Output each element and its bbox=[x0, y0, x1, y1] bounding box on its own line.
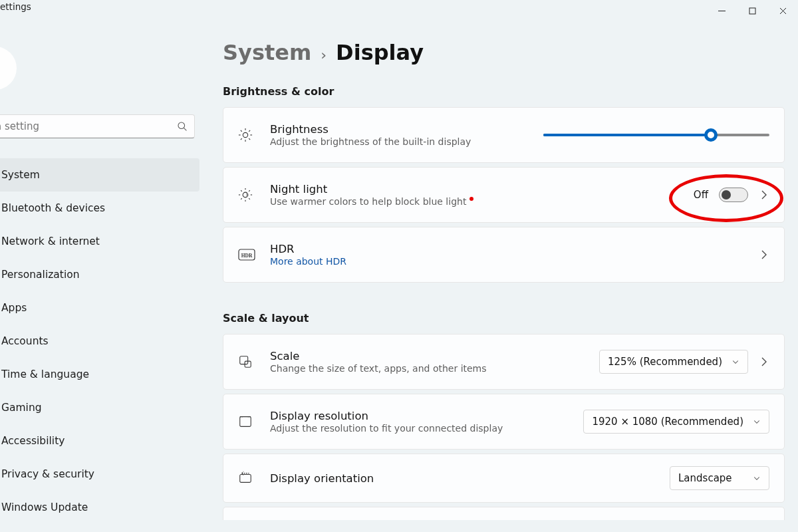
sidebar-item-label: Windows Update bbox=[1, 501, 88, 513]
scale-row[interactable]: Scale Change the size of text, apps, and… bbox=[223, 334, 785, 390]
svg-rect-31 bbox=[240, 475, 251, 483]
sidebar-item-accounts[interactable]: Accounts bbox=[0, 325, 200, 358]
sidebar-item-label: Network & internet bbox=[1, 235, 100, 247]
night-light-icon bbox=[238, 188, 253, 202]
sidebar-item-label: Accessibility bbox=[1, 435, 65, 447]
sidebar-item-accessibility[interactable]: Accessibility bbox=[0, 424, 200, 458]
sidebar-item-label: Apps bbox=[1, 302, 27, 314]
sidebar-item-windows-update[interactable]: Windows Update bbox=[0, 491, 200, 524]
sidebar-item-apps[interactable]: Apps bbox=[0, 291, 200, 325]
night-light-toggle[interactable] bbox=[719, 188, 748, 202]
sidebar-item-label: Personalization bbox=[1, 269, 80, 281]
resolution-icon bbox=[238, 414, 253, 429]
hdr-row[interactable]: HDR HDR More about HDR bbox=[223, 227, 785, 283]
search-icon bbox=[177, 121, 188, 132]
resolution-value: 1920 × 1080 (Recommended) bbox=[592, 416, 743, 428]
orientation-row[interactable]: Display orientation Landscape bbox=[223, 454, 785, 503]
next-row-partial bbox=[223, 507, 785, 520]
sidebar-item-system[interactable]: System bbox=[0, 158, 200, 192]
sidebar-item-time-language[interactable]: Time & language bbox=[0, 358, 200, 391]
sidebar-item-bluetooth[interactable]: Bluetooth & devices bbox=[0, 192, 200, 225]
section-header-scale-layout: Scale & layout bbox=[223, 312, 785, 325]
sidebar-item-gaming[interactable]: Gaming bbox=[0, 391, 200, 424]
svg-point-4 bbox=[178, 122, 185, 129]
svg-point-6 bbox=[243, 132, 247, 137]
svg-rect-28 bbox=[240, 417, 251, 427]
chevron-right-icon[interactable] bbox=[759, 356, 769, 367]
brightness-title: Brightness bbox=[270, 123, 543, 136]
svg-line-13 bbox=[241, 138, 242, 140]
svg-line-11 bbox=[241, 130, 242, 132]
svg-rect-26 bbox=[240, 356, 248, 364]
scale-icon bbox=[238, 354, 253, 369]
svg-line-12 bbox=[249, 138, 250, 140]
sun-icon bbox=[238, 128, 253, 142]
chevron-right-icon[interactable] bbox=[759, 190, 769, 200]
sidebar-item-label: System bbox=[1, 169, 40, 181]
night-light-row[interactable]: Night light Use warmer colors to help bl… bbox=[223, 167, 785, 223]
scale-dropdown[interactable]: 125% (Recommended) bbox=[599, 350, 748, 374]
resolution-title: Display resolution bbox=[270, 410, 583, 422]
sidebar-item-label: Privacy & security bbox=[1, 468, 94, 480]
svg-line-14 bbox=[249, 130, 250, 132]
svg-line-23 bbox=[249, 190, 250, 192]
sidebar-item-label: Time & language bbox=[1, 368, 89, 380]
scale-title: Scale bbox=[270, 350, 599, 362]
scale-subtitle: Change the size of text, apps, and other… bbox=[270, 363, 599, 374]
scale-value: 125% (Recommended) bbox=[608, 356, 722, 368]
brightness-slider[interactable] bbox=[543, 134, 769, 136]
breadcrumb-parent[interactable]: System bbox=[223, 40, 311, 65]
night-light-state-label: Off bbox=[694, 189, 708, 201]
page-title: Display bbox=[336, 40, 424, 65]
hdr-icon: HDR bbox=[238, 249, 255, 261]
sidebar-item-label: Bluetooth & devices bbox=[1, 202, 105, 214]
svg-line-22 bbox=[241, 198, 242, 200]
chevron-right-icon: › bbox=[321, 47, 327, 63]
sidebar-item-privacy[interactable]: Privacy & security bbox=[0, 458, 200, 491]
sidebar-item-personalization[interactable]: Personalization bbox=[0, 258, 200, 291]
sidebar-item-label: Gaming bbox=[1, 402, 42, 414]
sidebar-nav: System Bluetooth & devices Network & int… bbox=[0, 158, 200, 524]
avatar[interactable] bbox=[0, 47, 17, 90]
brightness-subtitle: Adjust the brightness of the built-in di… bbox=[270, 136, 543, 147]
sidebar-item-network[interactable]: Network & internet bbox=[0, 225, 200, 258]
svg-text:HDR: HDR bbox=[241, 253, 253, 259]
orientation-title: Display orientation bbox=[270, 472, 670, 485]
svg-line-5 bbox=[184, 128, 186, 130]
brightness-row: Brightness Adjust the brightness of the … bbox=[223, 107, 785, 163]
close-button[interactable] bbox=[767, 0, 798, 21]
breadcrumb: System › Display bbox=[223, 40, 785, 65]
hdr-title: HDR bbox=[270, 243, 759, 255]
section-header-brightness-color: Brightness & color bbox=[223, 85, 785, 98]
resolution-row[interactable]: Display resolution Adjust the resolution… bbox=[223, 394, 785, 450]
search-box[interactable] bbox=[0, 114, 195, 138]
search-input[interactable] bbox=[0, 120, 177, 133]
chevron-down-icon bbox=[753, 474, 761, 482]
svg-line-21 bbox=[249, 198, 250, 200]
svg-point-15 bbox=[243, 192, 248, 198]
night-light-title: Night light bbox=[270, 183, 694, 196]
minimize-button[interactable] bbox=[706, 0, 737, 21]
app-title: ettings bbox=[0, 1, 31, 12]
annotation-dot bbox=[469, 197, 473, 201]
svg-rect-1 bbox=[749, 8, 755, 14]
hdr-more-link[interactable]: More about HDR bbox=[270, 256, 759, 267]
sidebar-item-label: Accounts bbox=[1, 335, 49, 347]
svg-line-20 bbox=[241, 190, 242, 192]
maximize-button[interactable] bbox=[737, 0, 767, 21]
chevron-down-icon bbox=[732, 358, 739, 366]
resolution-dropdown[interactable]: 1920 × 1080 (Recommended) bbox=[583, 410, 769, 434]
orientation-icon bbox=[238, 471, 253, 485]
orientation-dropdown[interactable]: Landscape bbox=[670, 466, 769, 490]
orientation-value: Landscape bbox=[678, 472, 732, 484]
chevron-right-icon[interactable] bbox=[759, 249, 769, 260]
chevron-down-icon bbox=[753, 418, 761, 426]
resolution-subtitle: Adjust the resolution to fit your connec… bbox=[270, 423, 583, 434]
night-light-subtitle: Use warmer colors to help block blue lig… bbox=[270, 196, 694, 207]
